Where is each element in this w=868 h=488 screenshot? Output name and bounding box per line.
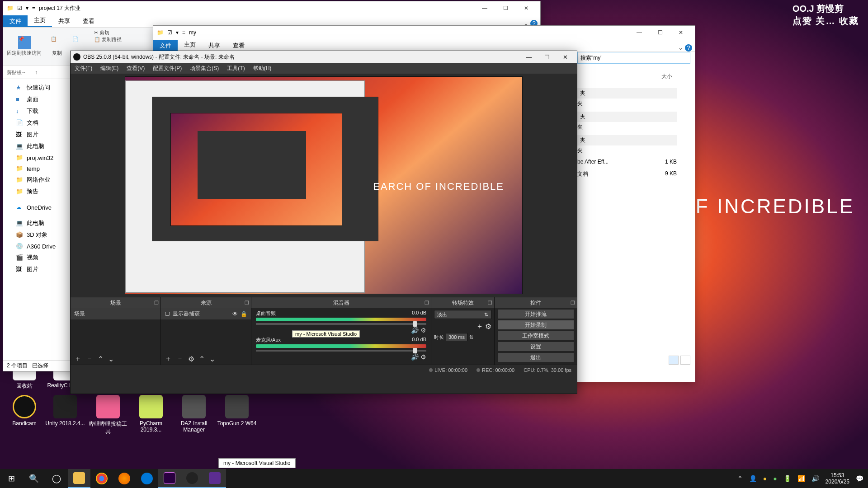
ribbon-copy-path[interactable]: 📋 复制路径 [94,36,122,43]
tray-network-icon[interactable]: 📶 [797,475,805,482]
list-item[interactable]: 夹 [577,100,677,108]
taskbar-clock[interactable]: 15:53 2020/6/25 [826,472,849,485]
duration-input[interactable] [446,333,467,341]
task-view-button[interactable]: ◯ [45,469,68,488]
ribbon-copy[interactable]: 📋复制 [51,29,63,63]
add-transition-button[interactable]: ＋ [476,322,483,331]
settings-button[interactable]: 设置 [497,342,574,352]
remove-source-button[interactable]: － [176,354,184,364]
detach-icon[interactable]: ❐ [488,300,492,306]
tab-home[interactable]: 主页 [178,39,202,52]
tab-file[interactable]: 文件 [3,15,28,27]
move-up-button[interactable]: ⌃ [98,355,104,363]
transition-settings-button[interactable]: ⚙ [485,322,491,331]
move-down-button[interactable]: ⌄ [209,355,215,363]
gear-icon[interactable]: ⚙ [420,327,426,334]
mute-button[interactable]: 🔊 [411,353,419,361]
list-item[interactable]: 夹 [577,88,677,99]
ribbon-pin-to-quick[interactable]: 📌固定到快速访问 [7,29,42,63]
detach-icon[interactable]: ❐ [245,300,249,306]
search-input[interactable]: 搜索"my" [577,52,690,64]
taskbar-app-premiere[interactable] [158,469,181,488]
obs-titlebar[interactable]: OBS 25.0.8 (64-bit, windows) - 配置文件: 未命名… [71,51,577,63]
tab-home[interactable]: 主页 [28,14,52,27]
nav-up[interactable]: ↑ [31,67,41,77]
maximize-button[interactable]: ☐ [495,1,516,15]
list-item[interactable]: 文档9 KB [577,170,677,178]
titlebar[interactable]: 📁 ☑▾= my — ☐ ✕ [153,26,695,39]
source-settings-button[interactable]: ⚙ [188,355,194,363]
taskbar-app-firefox[interactable] [113,469,136,488]
detach-icon[interactable]: ❐ [425,300,429,306]
obs-preview[interactable]: EARCH OF INCREDIBLE [125,76,523,294]
transition-select[interactable]: 淡出⇅ [434,310,491,319]
exit-button[interactable]: 退出 [497,352,574,362]
menu-help[interactable]: 帮助(H) [249,65,276,72]
list-item[interactable]: be After Eff...1 KB [577,159,677,165]
move-up-button[interactable]: ⌃ [199,355,205,363]
taskbar-app-obs[interactable] [181,469,203,488]
view-icons-button[interactable] [680,356,690,365]
minimize-button[interactable]: — [474,1,495,15]
list-item[interactable]: 夹 [577,135,677,145]
tray-overflow-icon[interactable]: ⌃ [737,475,743,482]
menu-edit[interactable]: 编辑(E) [96,65,123,72]
detach-icon[interactable]: ❐ [571,300,575,306]
view-details-button[interactable] [669,356,679,365]
detach-icon[interactable]: ❐ [154,300,159,306]
titlebar[interactable]: 📁 ☑ ▾= project 17 大作业 — ☐ ✕ [3,1,540,15]
start-recording-button[interactable]: 开始录制 [497,320,574,330]
gear-icon[interactable]: ⚙ [420,353,426,361]
add-scene-button[interactable]: ＋ [74,354,81,364]
taskbar-app-visual-studio[interactable] [203,469,226,488]
close-button[interactable]: ✕ [670,26,691,39]
desktop-icon-daz-install[interactable]: DAZ Install Manager [174,395,214,433]
menu-scene-collection[interactable]: 场景集合(S) [186,65,223,72]
column-header-size[interactable]: 大小 [661,73,672,80]
desktop-icon-bandicam[interactable]: Bandicam [5,395,44,427]
desktop-icon-bilibili[interactable]: 哔哩哔哩投稿工具 [88,395,128,436]
mute-button[interactable]: 🔊 [411,327,419,334]
start-streaming-button[interactable]: 开始推流 [497,309,574,319]
list-item[interactable]: 夹 [577,147,677,155]
close-button[interactable]: ✕ [556,51,574,63]
move-down-button[interactable]: ⌄ [108,355,114,363]
list-item[interactable]: 夹 [577,123,677,131]
desktop-icon-pycharm[interactable]: PyCharm 2019.3... [131,395,171,433]
taskbar-app-explorer[interactable] [68,469,90,488]
remove-scene-button[interactable]: － [86,354,93,364]
tray-volume-icon[interactable]: 🔊 [811,475,819,482]
search-button[interactable]: 🔍 [23,469,45,488]
maximize-button[interactable]: ☐ [538,51,556,63]
notifications-icon[interactable]: 💬 [856,475,863,482]
taskbar-app-edge[interactable] [136,469,158,488]
tray-input-icon[interactable]: ● [773,475,777,482]
scene-item[interactable]: 场景 [71,308,160,319]
menu-tools[interactable]: 工具(T) [223,65,249,72]
add-source-button[interactable]: ＋ [165,354,172,364]
tray-people-icon[interactable]: 👤 [749,475,757,482]
close-button[interactable]: ✕ [516,1,537,15]
minimize-button[interactable]: — [520,51,538,63]
taskbar-app-chrome[interactable] [90,469,113,488]
source-item[interactable]: 🖵 显示器捕获 👁 🔒 [161,308,251,319]
maximize-button[interactable]: ☐ [650,26,670,39]
tab-share[interactable]: 共享 [202,40,226,52]
menu-profile[interactable]: 配置文件(P) [149,65,186,72]
ribbon-cut[interactable]: ✂ 剪切 [94,29,122,36]
menu-view[interactable]: 查看(V) [123,65,149,72]
minimize-button[interactable]: — [629,26,650,39]
list-item[interactable]: 夹 [577,112,677,122]
volume-slider[interactable] [256,323,426,325]
tab-file[interactable]: 文件 [153,40,178,52]
tray-battery-icon[interactable]: 🔋 [783,475,791,482]
tray-bandicam-icon[interactable]: ● [763,475,767,482]
tab-view[interactable]: 查看 [76,15,101,27]
visibility-icon[interactable]: 👁 [232,311,238,317]
lock-icon[interactable]: 🔒 [241,311,247,317]
volume-slider[interactable] [256,350,426,352]
desktop-icon-unity[interactable]: Unity 2018.2.4... [45,395,85,427]
desktop-icon-topogun[interactable]: TopoGun 2 W64 [217,395,257,427]
menu-file[interactable]: 文件(F) [71,65,96,72]
tab-share[interactable]: 共享 [52,15,76,27]
